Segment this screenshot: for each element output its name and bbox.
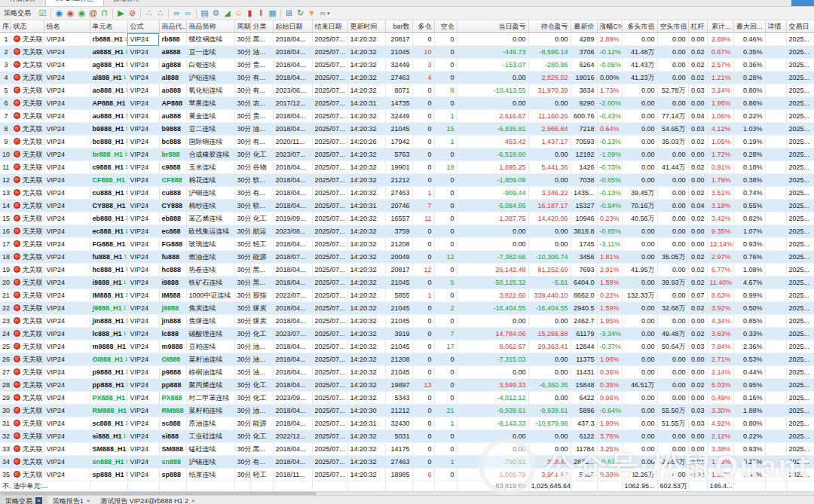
formula-cell[interactable]: VIP24 <box>127 289 159 302</box>
symbol-name-cell[interactable]: 玻璃连续 <box>186 238 234 251</box>
short-value-cell[interactable]: 55.50万 <box>657 405 688 417</box>
status-cell[interactable]: 无关联 <box>11 302 44 315</box>
long-value-cell[interactable]: 41.43万 <box>622 59 657 72</box>
long-value-cell[interactable]: 0.00 <box>622 443 657 456</box>
long-pos-cell[interactable]: 12 <box>412 264 434 276</box>
category-cell[interactable]: 油... <box>250 366 273 379</box>
start-date-cell[interactable]: 2018/04... <box>273 264 312 276</box>
symbol-name-cell[interactable]: 黄金连续 <box>186 110 234 123</box>
bar-count-cell[interactable]: 21045 <box>385 46 412 59</box>
day-pnl-cell[interactable]: 3,599.33 <box>457 379 528 392</box>
change-pct-cell[interactable]: 1.95% <box>597 315 622 328</box>
max-drawdown-cell[interactable]: 0.19% <box>733 136 765 148</box>
table-row[interactable]: 20无关联VIP24i9888_H11VIP24i9888铁矿石连续30分...… <box>0 276 814 289</box>
formula-cell[interactable]: VIP24 <box>127 225 159 238</box>
short-value-cell[interactable]: 0.00 <box>657 392 688 405</box>
cumulative-return-cell[interactable]: 2.97% <box>707 251 733 264</box>
cumulative-return-cell[interactable]: 3.38% <box>707 443 733 456</box>
update-time-cell[interactable]: 14:20:32 <box>347 46 385 59</box>
status-cell[interactable]: 无关联 <box>11 353 44 366</box>
symbol-code-cell[interactable]: cu888 <box>159 187 186 200</box>
group-cell[interactable]: VIP24 <box>44 225 90 238</box>
symbol-name-cell[interactable]: 碳酸锂连续 <box>186 328 234 341</box>
status-cell[interactable]: 无关联 <box>11 161 44 174</box>
long-value-cell[interactable]: 0.00 <box>622 110 657 123</box>
change-pct-cell[interactable]: 1.06% <box>597 353 622 366</box>
end-date-cell[interactable]: 2025/07... <box>312 328 347 341</box>
max-drawdown-cell[interactable]: 0.22% <box>733 430 765 443</box>
last-price-cell[interactable]: 11784 <box>571 443 597 456</box>
end-date-cell[interactable]: 2025/07... <box>312 276 347 289</box>
row-index[interactable]: 23 <box>0 315 11 328</box>
leverage-cell[interactable]: 0.00 <box>688 443 707 456</box>
status-cell[interactable]: 无关联 <box>11 443 44 456</box>
row-index[interactable]: 35 <box>0 469 11 481</box>
cumulative-return-cell[interactable]: 0.91% <box>707 161 733 174</box>
table-row[interactable]: 26无关联VIP24OI888_H11VIP24OI888菜籽油连续30分...… <box>0 353 814 366</box>
last-price-cell[interactable]: 12844 <box>571 341 597 353</box>
trade-day-cell[interactable]: 2025... <box>786 46 814 59</box>
change-pct-cell[interactable]: 1.59% <box>597 302 622 315</box>
period-cell[interactable]: 30分... <box>234 469 250 481</box>
last-price-cell[interactable]: 2872... <box>571 456 597 469</box>
status-cell[interactable]: 无关联 <box>11 456 44 469</box>
start-date-cell[interactable]: 2018/04... <box>273 456 312 469</box>
row-index[interactable]: 9 <box>0 136 11 148</box>
leverage-cell[interactable]: 0.02 <box>688 328 707 341</box>
row-index[interactable]: 32 <box>0 430 11 443</box>
formula-cell[interactable]: VIP24 <box>127 443 159 456</box>
position-pnl-cell[interactable]: -16,404.55 <box>528 302 571 315</box>
cumulative-return-cell[interactable]: 2.12% <box>707 430 733 443</box>
row-index[interactable]: 27 <box>0 366 11 379</box>
symbol-name-cell[interactable]: 燃油连续 <box>186 251 234 264</box>
detail-cell[interactable] <box>765 187 786 200</box>
change-pct-cell[interactable]: 0.96% <box>597 392 622 405</box>
day-pnl-cell[interactable]: -5,084.95 <box>457 200 528 212</box>
last-price-cell[interactable]: 6422 <box>571 392 597 405</box>
trade-day-cell[interactable]: 2025... <box>786 110 814 123</box>
period-cell[interactable]: 30分... <box>234 353 250 366</box>
group-cell[interactable]: VIP24 <box>44 161 90 174</box>
detail-cell[interactable] <box>765 289 786 302</box>
category-cell[interactable]: 黑... <box>250 264 273 276</box>
leverage-cell[interactable]: 0.02 <box>688 46 707 59</box>
end-date-cell[interactable]: 2025/07... <box>312 59 347 72</box>
formula-cell[interactable]: VIP24 <box>127 315 159 328</box>
detail-cell[interactable] <box>765 59 786 72</box>
long-value-cell[interactable]: 132.33万 <box>622 289 657 302</box>
status-cell[interactable]: 无关联 <box>11 110 44 123</box>
column-header-detail[interactable]: 详情 <box>765 20 786 33</box>
group-cell[interactable]: VIP24 <box>44 379 90 392</box>
trade-day-cell[interactable]: 2025... <box>786 174 814 187</box>
column-header-day[interactable]: 交易日 <box>786 20 814 33</box>
update-time-cell[interactable]: 14:20:32 <box>347 264 385 276</box>
start-date-cell[interactable]: 2018/04... <box>273 315 312 328</box>
update-time-cell[interactable]: 14:20:32 <box>347 33 385 46</box>
bar-count-cell[interactable]: 32430 <box>385 417 412 430</box>
start-date-cell[interactable]: 2018/04... <box>273 276 312 289</box>
short-pos-cell[interactable]: 15 <box>434 123 457 136</box>
day-pnl-cell[interactable]: -1,809.09 <box>457 174 528 187</box>
symbol-name-cell[interactable]: 锰硅连续 <box>186 443 234 456</box>
start-date-cell[interactable]: 2018/04... <box>273 187 312 200</box>
row-index[interactable]: 3 <box>0 59 11 72</box>
start-date-cell[interactable]: 2018/04... <box>273 443 312 456</box>
category-cell[interactable]: 贵... <box>250 59 273 72</box>
category-cell[interactable]: 有... <box>250 84 273 97</box>
unit-name-cell[interactable]: pp888_H11 <box>90 379 127 392</box>
long-pos-cell[interactable]: 0 <box>412 341 434 353</box>
short-value-cell[interactable]: 0.00 <box>657 97 688 110</box>
bar-count-cell[interactable]: 27463 <box>385 72 412 84</box>
group-cell[interactable]: VIP24 <box>44 276 90 289</box>
period-cell[interactable]: 30分... <box>234 251 250 264</box>
last-price-cell[interactable]: 2462.7 <box>571 315 597 328</box>
max-drawdown-cell[interactable]: 0.43% <box>733 469 765 481</box>
detail-cell[interactable] <box>765 366 786 379</box>
leverage-cell[interactable]: 0.00 <box>688 353 707 366</box>
filter-icon[interactable]: ▼ <box>306 8 317 19</box>
day-pnl-cell[interactable]: 453.42 <box>457 136 528 148</box>
rings-alt-icon[interactable]: ∞ <box>182 8 194 19</box>
table-row[interactable]: 6无关联VIP24AP888_H11VIP24AP888苹果连续30分...农.… <box>0 97 814 110</box>
leverage-cell[interactable]: 0.02 <box>688 251 707 264</box>
resume-unit-icon[interactable]: ◉ <box>76 8 87 19</box>
